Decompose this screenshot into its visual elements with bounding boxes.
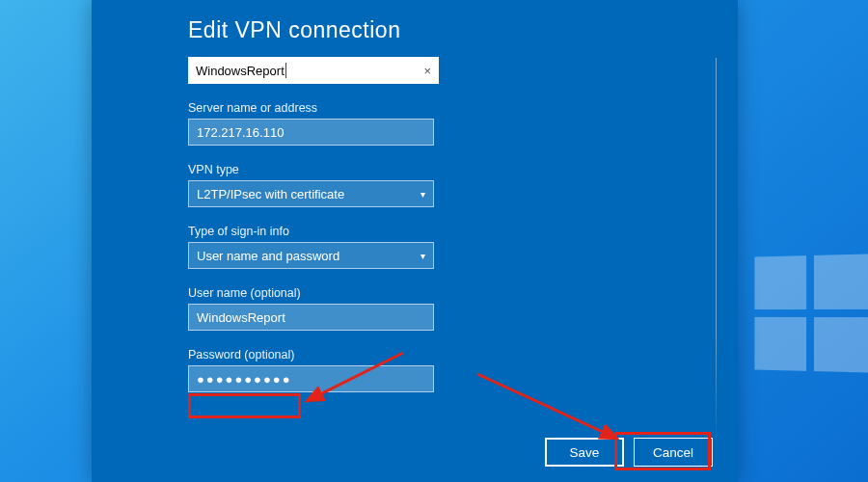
password-input[interactable]: ●●●●●●●●●● (188, 365, 434, 392)
vpn-type-label: VPN type (188, 163, 641, 176)
password-label: Password (optional) (188, 348, 641, 362)
save-button[interactable]: Save (545, 438, 624, 467)
connection-name-input[interactable]: WindowsReport × (188, 57, 439, 84)
desktop-background: Edit VPN connection WindowsReport × Serv… (0, 0, 868, 482)
username-label: User name (optional) (188, 286, 641, 300)
text-cursor (285, 63, 286, 78)
cancel-button[interactable]: Cancel (634, 438, 713, 467)
clear-icon[interactable]: × (423, 64, 431, 78)
signin-type-dropdown[interactable]: User name and password ▾ (188, 242, 434, 269)
windows-logo (754, 254, 868, 372)
server-input[interactable]: 172.217.16.110 (188, 119, 434, 146)
vpn-edit-dialog: Edit VPN connection WindowsReport × Serv… (92, 0, 738, 482)
scrollbar[interactable] (716, 58, 717, 443)
chevron-down-icon: ▾ (420, 189, 425, 200)
chevron-down-icon: ▾ (420, 251, 425, 261)
signin-type-label: Type of sign-in info (188, 225, 641, 238)
connection-name-value: WindowsReport (196, 64, 285, 78)
server-label: Server name or address (188, 101, 641, 115)
vpn-type-dropdown[interactable]: L2TP/IPsec with certificate ▾ (188, 180, 434, 207)
dialog-title: Edit VPN connection (188, 17, 641, 43)
username-input[interactable]: WindowsReport (188, 304, 434, 331)
